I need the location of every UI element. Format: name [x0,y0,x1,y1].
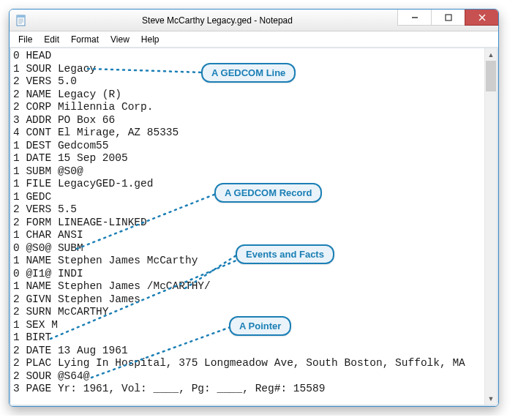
menu-view[interactable]: View [105,33,135,46]
maximize-button[interactable] [431,10,465,26]
maximize-icon [445,14,452,21]
vertical-scrollbar[interactable]: ▲ ▼ [484,48,497,405]
scroll-up-arrow-icon[interactable]: ▲ [485,48,497,61]
menu-file[interactable]: File [12,33,38,46]
scroll-down-arrow-icon[interactable]: ▼ [485,392,497,405]
svg-rect-7 [446,15,451,20]
menubar: File Edit Format View Help [10,31,498,48]
titlebar[interactable]: Steve McCarthy Legacy.ged - Notepad [10,10,498,31]
notepad-window: Steve McCarthy Legacy.ged - Notepad File… [9,9,499,407]
minimize-icon [411,14,418,21]
client-area: 0 HEAD 1 SOUR Legacy 2 VERS 5.0 2 NAME L… [10,48,498,406]
menu-edit[interactable]: Edit [38,33,65,46]
text-content[interactable]: 0 HEAD 1 SOUR Legacy 2 VERS 5.0 2 NAME L… [13,50,484,403]
window-controls [397,10,498,26]
minimize-button[interactable] [397,10,431,26]
notepad-app-icon [15,15,27,26]
scroll-thumb[interactable] [486,61,496,91]
close-icon [478,14,486,21]
svg-rect-1 [17,15,25,18]
menu-help[interactable]: Help [135,33,165,46]
close-button[interactable] [465,10,498,26]
menu-format[interactable]: Format [65,33,105,46]
